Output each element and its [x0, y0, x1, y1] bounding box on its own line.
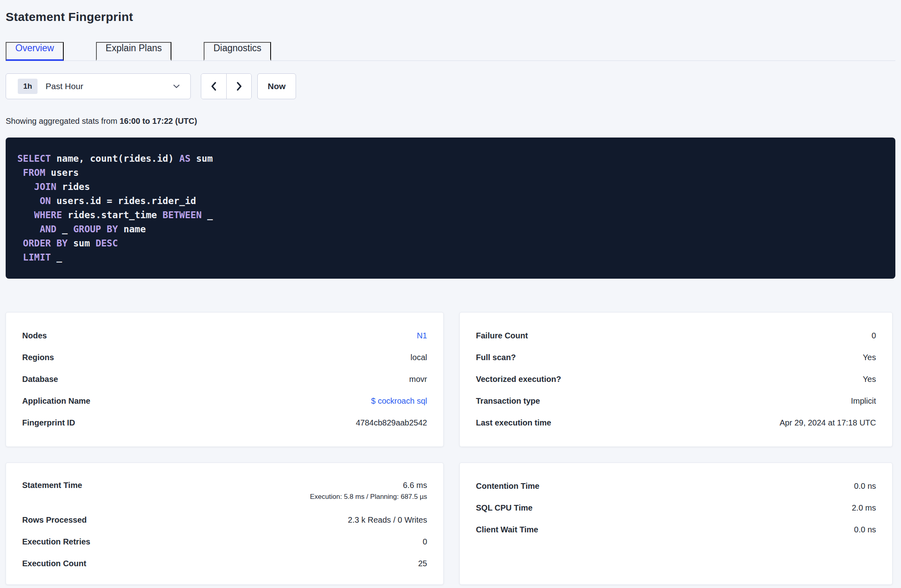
next-time-button[interactable]	[226, 74, 251, 99]
row-value-link[interactable]: N1	[417, 331, 427, 340]
sql-text: rides	[56, 181, 90, 192]
row-value-group: Implicit	[851, 396, 876, 406]
row-label: Regions	[22, 353, 54, 362]
sql-line: ON users.id = rides.rider_id	[17, 194, 884, 208]
row-label: Execution Count	[22, 559, 86, 568]
summary-cards-bottom-row: Statement Time6.6 msExecution: 5.8 ms / …	[6, 463, 895, 585]
row-last-execution-time: Last execution timeApr 29, 2024 at 17:18…	[476, 412, 876, 434]
sql-keyword: AND	[40, 224, 56, 234]
row-fingerprint-id: Fingerprint ID4784cb829aab2542	[22, 412, 427, 434]
row-execution-retries: Execution Retries0	[22, 531, 427, 553]
sql-keyword: BY	[56, 238, 68, 248]
chevron-left-icon	[210, 81, 218, 91]
row-value-group: Apr 29, 2024 at 17:18 UTC	[780, 418, 876, 427]
row-label: Full scan?	[476, 353, 516, 362]
statement-fingerprint-page: Statement Fingerprint OverviewExplain Pl…	[0, 10, 901, 585]
row-contention-time: Contention Time0.0 ns	[476, 475, 876, 497]
sql-text: users.id = rides.rider_id	[51, 196, 196, 206]
previous-time-button[interactable]	[201, 74, 226, 99]
tab-overview[interactable]: Overview	[6, 42, 64, 61]
statement-time-stats-card: Statement Time6.6 msExecution: 5.8 ms / …	[6, 463, 444, 585]
row-label: Last execution time	[476, 418, 551, 427]
sql-text: _	[56, 224, 73, 234]
row-value: Yes	[863, 353, 876, 362]
sql-keyword: ON	[40, 196, 51, 206]
row-label: Statement Time	[22, 481, 82, 490]
row-value: 0.0 ns	[854, 482, 876, 491]
row-failure-count: Failure Count0	[476, 325, 876, 346]
row-label: Fingerprint ID	[22, 418, 75, 427]
row-value: Yes	[863, 375, 876, 384]
aggregated-stats-caption: Showing aggregated stats from 16:00 to 1…	[6, 116, 895, 126]
sql-text: sum	[190, 153, 213, 164]
row-value: Implicit	[851, 396, 876, 406]
sql-text: _	[51, 252, 62, 263]
row-value: 2.3 k Reads / 0 Writes	[348, 515, 427, 525]
execution-attributes-card: Failure Count0Full scan?YesVectorized ex…	[459, 312, 893, 447]
sql-text	[17, 224, 40, 234]
row-value-group: 2.3 k Reads / 0 Writes	[348, 515, 427, 525]
row-label: Transaction type	[476, 396, 540, 406]
tab-bar: OverviewExplain PlansDiagnostics	[6, 42, 895, 61]
time-range-label: Past Hour	[46, 81, 83, 91]
row-value: 0	[423, 537, 427, 546]
row-label: Client Wait Time	[476, 525, 538, 534]
sql-text	[17, 210, 34, 220]
sql-text: name	[118, 224, 146, 234]
summary-cards-top-row: NodesN1RegionslocalDatabasemovrApplicati…	[6, 312, 895, 447]
sql-keyword: FROM	[23, 167, 45, 178]
row-value-group: 0.0 ns	[854, 525, 876, 534]
row-value-link[interactable]: $ cockroach sql	[371, 396, 427, 406]
row-value: 25	[418, 559, 427, 568]
row-value: 6.6 ms	[403, 481, 427, 490]
sql-keyword: SELECT	[17, 153, 51, 164]
sql-text	[51, 238, 56, 248]
row-value-group: N1	[417, 331, 427, 340]
row-value-group: 0	[423, 537, 427, 546]
row-statement-time: Statement Time6.6 msExecution: 5.8 ms / …	[22, 475, 427, 509]
row-value-group: 2.0 ms	[852, 503, 876, 513]
statement-details-card: NodesN1RegionslocalDatabasemovrApplicati…	[6, 312, 444, 447]
caption-time-range: 16:00 to 17:22 (UTC)	[119, 117, 197, 125]
row-label: Application Name	[22, 396, 90, 406]
sql-text	[17, 252, 23, 263]
sql-statement-box: SELECT name, count(rides.id) AS sum FROM…	[6, 138, 895, 279]
row-label: SQL CPU Time	[476, 503, 532, 513]
row-value-group: 4784cb829aab2542	[356, 418, 427, 427]
row-value-group: 6.6 msExecution: 5.8 ms / Planning: 687.…	[310, 481, 427, 501]
row-label: Database	[22, 375, 58, 384]
sql-keyword: BY	[107, 224, 118, 234]
row-client-wait-time: Client Wait Time0.0 ns	[476, 519, 876, 540]
row-value-group: 0.0 ns	[854, 482, 876, 491]
sql-text	[17, 181, 34, 192]
sql-keyword: JOIN	[34, 181, 56, 192]
row-value: movr	[409, 375, 427, 384]
wait-time-stats-card: Contention Time0.0 nsSQL CPU Time2.0 msC…	[459, 463, 893, 585]
row-value: 4784cb829aab2542	[356, 418, 427, 427]
sql-keyword: ORDER	[23, 238, 51, 248]
sql-keyword: DESC	[96, 238, 118, 248]
sql-text	[17, 238, 23, 248]
row-value: local	[411, 353, 427, 362]
caption-text: Showing aggregated stats from	[6, 117, 119, 125]
tab-diagnostics[interactable]: Diagnostics	[204, 42, 271, 61]
row-value-group: $ cockroach sql	[371, 396, 427, 406]
row-label: Failure Count	[476, 331, 528, 340]
row-label: Rows Processed	[22, 515, 87, 525]
sql-keyword: LIMIT	[23, 252, 51, 263]
row-value-group: local	[411, 353, 427, 362]
time-range-dropdown[interactable]: 1h Past Hour	[6, 73, 191, 99]
tab-explain-plans[interactable]: Explain Plans	[96, 42, 171, 61]
sql-text: _	[202, 210, 213, 220]
sql-line: SELECT name, count(rides.id) AS sum	[17, 152, 884, 166]
row-full-scan: Full scan?Yes	[476, 346, 876, 368]
time-controls: 1h Past Hour Now	[6, 73, 895, 99]
row-vectorized-execution: Vectorized execution?Yes	[476, 368, 876, 390]
row-value-group: 0	[872, 331, 876, 340]
now-button[interactable]: Now	[257, 73, 296, 99]
sql-line: LIMIT _	[17, 250, 884, 265]
row-label: Contention Time	[476, 482, 539, 491]
row-execution-count: Execution Count25	[22, 553, 427, 574]
sql-text	[101, 224, 107, 234]
row-value-group: Yes	[863, 375, 876, 384]
